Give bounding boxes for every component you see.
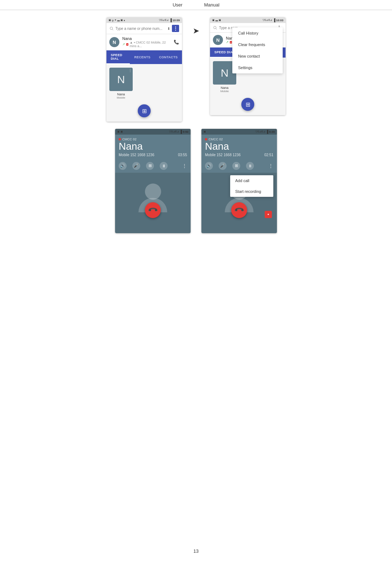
battery-icon2: ▐ (273, 18, 275, 22)
screenshots-container: ▣ ψ ✦ ▬ ▣ ♦ ▽G⊿E⊿ ▐ 10:09 (0, 10, 392, 240)
start-recording-item[interactable]: Start recording (230, 186, 273, 197)
status-bar-bottom-left: ▣ ▣ ▽G⊿E⊿ ▐ 9:50 (115, 129, 191, 135)
status-bar-top-right: ▣ ▬ ▣ ▽G⊿E⊿ ▐ 10:03 (210, 17, 286, 23)
speed-dial-name-right: Nana (221, 86, 229, 90)
status-icons-br: ▣ (204, 130, 206, 133)
more-options-button-right[interactable]: ⋮ (268, 163, 273, 169)
speaker-button[interactable]: 🔊 (119, 162, 127, 170)
contact-sub: ↗ ▪ ▲ ▪ CMCC 02 Mobile, 22 mins a... (122, 41, 171, 48)
call-number-row-left: Mobile 152 1668 1236 03:55 (119, 153, 187, 157)
carrier-dot-r (205, 138, 207, 140)
dial-fab-button[interactable]: ⊞ (138, 104, 151, 117)
top-row: ▣ ψ ✦ ▬ ▣ ♦ ▽G⊿E⊿ ▐ 10:09 (106, 17, 286, 122)
battery-icon: ▐ (169, 18, 172, 22)
tab-speed-dial[interactable]: SPEED DIAL (106, 50, 130, 64)
page-number: 13 (193, 548, 199, 554)
svg-line-1 (112, 29, 113, 30)
dialpad-icon-right: ⊞ (246, 101, 250, 108)
speaker-button-r[interactable]: 🔊 (205, 162, 213, 170)
speed-dial-card[interactable]: N ⋮ (109, 68, 133, 91)
call-log-icon2: ↗ (226, 40, 229, 44)
search-icon2 (213, 26, 217, 30)
sim-icon: ▣ (109, 19, 111, 22)
signal-icon-bl: ▽G⊿E⊿ (169, 130, 179, 133)
status-icons-right-bl: ▽G⊿E⊿ ▐ 9:50 (169, 130, 188, 134)
silhouette-head (145, 184, 161, 200)
keypad-button[interactable]: ⊞ (146, 162, 154, 170)
signal-icon: ▽G⊿E⊿ (159, 19, 169, 22)
battery-icon-br: ▐ (266, 130, 268, 134)
dropdown-menu: Call History Clear frequents New contact… (232, 27, 283, 73)
dial-fab-button-right[interactable]: ⊞ (241, 98, 254, 111)
hold-button-r[interactable]: ⏸ (246, 162, 254, 170)
contact-info: Nana ↗ ▪ ▲ ▪ CMCC 02 Mobile, 22 mins a..… (122, 36, 171, 48)
sim-badge: ▪ (126, 43, 128, 46)
download-icon: ⬇ (167, 27, 170, 31)
call-duration-left: 03:55 (178, 153, 187, 157)
dialpad-icon: ⊞ (142, 108, 147, 114)
status-icons-bl: ▣ ▣ (117, 130, 123, 133)
tab-contacts[interactable]: CONTACTS (155, 53, 182, 62)
mute-button-r[interactable]: 🎤 (219, 162, 227, 170)
menu-new-contact[interactable]: New contact (232, 50, 283, 62)
status-bar-top-left: ▣ ψ ✦ ▬ ▣ ♦ ▽G⊿E⊿ ▐ 10:09 (106, 17, 182, 23)
end-call-button[interactable]: 📞 (145, 202, 161, 218)
svg-point-0 (110, 27, 113, 30)
call-name-left: Nana (119, 141, 187, 152)
speed-dial-card-area: N ⋮ Nana Mobile (109, 68, 133, 99)
phone-end-icon: 📞 (147, 204, 158, 216)
mute-button[interactable]: 🎤 (132, 162, 140, 170)
call-number-row-right: Mobile 152 1668 1236 02:51 (205, 153, 273, 157)
speed-dial-sub-right: Mobile (220, 90, 229, 93)
svg-line-3 (216, 28, 217, 30)
time-display-br: 9:49 (269, 130, 275, 134)
sim-icon2: ▣ (212, 19, 215, 22)
bottom-right-screen: ▣ ▽G⊿E⊿ ▐ 9:49 CMCC 02 Nana Mobile 152 1… (201, 129, 277, 233)
menu-button[interactable]: ⋮ (172, 25, 179, 32)
bottom-left-screen: ▣ ▣ ▽G⊿E⊿ ▐ 9:50 CMCC 02 Nana Mobile 152… (115, 129, 191, 233)
sim2-icon: ▬ (117, 19, 120, 22)
speed-dial-sub: Mobile (117, 96, 126, 99)
hold-button[interactable]: ⏸ (160, 162, 168, 170)
page-footer: 13 (0, 548, 392, 554)
menu-clear-frequents[interactable]: Clear frequents (232, 39, 283, 50)
time-display: 10:09 (173, 19, 180, 22)
menu-call-history[interactable]: Call History (232, 27, 283, 39)
tab-recents[interactable]: RECENTS (130, 53, 155, 62)
carrier-dot (119, 138, 121, 140)
call-dropdown-menu: Add call Start recording (230, 175, 273, 197)
speed-dial-area: N ⋮ Nana Mobile ⊞ (106, 64, 182, 122)
search-icon (109, 26, 114, 31)
recording-icon: ● (268, 213, 269, 216)
contact-row[interactable]: N Nana ↗ ▪ ▲ ▪ CMCC 02 Mobile, 22 mins a… (106, 34, 182, 50)
end-call-button-right[interactable]: 📞 (231, 202, 247, 218)
call-name-right: Nana (205, 141, 273, 152)
wifi-icon: ψ (112, 19, 114, 22)
call-back-icon[interactable]: 📞 (174, 40, 179, 45)
keypad-button-r[interactable]: ⊞ (232, 162, 240, 170)
speed-dial-letter: N (117, 73, 125, 86)
call-log-icon: ↗ (122, 42, 125, 46)
svg-point-2 (214, 26, 216, 29)
sim-badge2: ▪ (230, 41, 232, 44)
dot-icon: ✦ (114, 19, 117, 22)
arrow-indicator: ➤ (193, 17, 199, 36)
call-number-left: Mobile 152 1668 1236 (119, 153, 154, 157)
search-input[interactable] (115, 27, 165, 31)
app-icon2: ▬ (215, 19, 218, 22)
menu-settings[interactable]: Settings (232, 62, 283, 73)
speed-dial-name: Nana (117, 92, 125, 96)
contact-name: Nana (122, 36, 171, 41)
status-icons-left: ▣ ψ ✦ ▬ ▣ ♦ (109, 19, 125, 22)
add-call-item[interactable]: Add call (230, 175, 273, 186)
time-display-bl: 9:50 (183, 130, 188, 134)
battery-icon-bl: ▐ (180, 130, 182, 134)
signal-icon2: ▽G⊿E⊿ (263, 19, 272, 22)
status-icons-left-r: ▣ ▬ ▣ (212, 19, 221, 22)
status-icons-right-r: ▽G⊿E⊿ ▐ 10:03 (263, 18, 283, 22)
status-icons-right-br: ▽G⊿E⊿ ▐ 9:49 (255, 130, 275, 134)
more-options-button-left[interactable]: ⋮ (182, 163, 187, 169)
card-menu-icon[interactable]: ⋮ (128, 68, 132, 72)
sim-icon-bl: ▣ (117, 130, 120, 133)
call-header-right: CMCC 02 Nana Mobile 152 1668 1236 02:51 (201, 135, 277, 159)
